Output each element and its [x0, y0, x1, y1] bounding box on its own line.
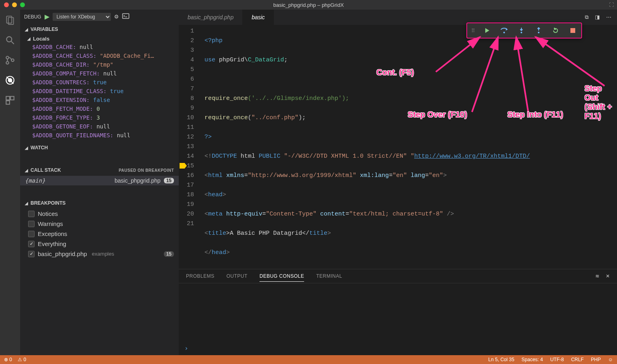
svg-point-16: [538, 32, 539, 33]
callstack-frame[interactable]: {main} basic_phpgrid.php 15: [20, 176, 179, 185]
step-over-button[interactable]: [500, 26, 509, 35]
debug-toolbar-handle[interactable]: ⠿: [471, 28, 474, 34]
continue-button[interactable]: [483, 26, 492, 35]
svg-point-5: [6, 61, 9, 64]
variables-panel-header[interactable]: ◢VARIABLES: [20, 24, 179, 35]
variable-row[interactable]: $ADODB_GETONE_EOF: null: [20, 122, 179, 131]
step-out-button[interactable]: [534, 26, 543, 35]
tab-terminal[interactable]: TERMINAL: [316, 273, 342, 279]
bottom-panel: PROBLEMS OUTPUT DEBUG CONSOLE TERMINAL ≋…: [179, 269, 617, 355]
tab-basic-active[interactable]: basic: [243, 10, 274, 25]
variable-row[interactable]: $ADODB_CACHE_DIR: "/tmp": [20, 60, 179, 69]
variable-row[interactable]: $ADODB_COMPAT_FETCH: null: [20, 69, 179, 78]
variable-row[interactable]: $ADODB_EXTENSION: false: [20, 96, 179, 104]
status-spaces[interactable]: Spaces: 4: [521, 357, 543, 362]
fullscreen-icon[interactable]: ⛶: [609, 2, 614, 8]
checkbox[interactable]: [28, 231, 35, 237]
svg-rect-12: [6, 101, 10, 104]
status-language[interactable]: PHP: [591, 357, 601, 362]
tab-basic-phpgrid[interactable]: basic_phpgrid.php: [179, 10, 243, 25]
breakpoint-row[interactable]: Notices: [20, 209, 179, 219]
code-editor[interactable]: 123456789101112131415161718192021 <?php …: [179, 25, 617, 269]
status-errors[interactable]: ⊗ 0: [4, 357, 12, 362]
breakpoint-row[interactable]: Warnings: [20, 219, 179, 229]
variable-row[interactable]: $ADODB_CACHE: null: [20, 43, 179, 51]
minimize-window-button[interactable]: [12, 2, 17, 7]
callstack-panel-header[interactable]: ◢CALL STACK PAUSED ON BREAKPOINT: [20, 165, 179, 176]
checkbox[interactable]: [28, 221, 35, 227]
search-icon[interactable]: [4, 35, 16, 46]
breakpoint-row[interactable]: Everything: [20, 239, 179, 249]
stop-button[interactable]: [568, 26, 577, 35]
source-control-icon[interactable]: [4, 55, 16, 66]
svg-line-9: [6, 77, 13, 83]
debug-toolbar: ⠿: [466, 22, 582, 39]
svg-point-2: [6, 37, 12, 42]
step-into-button[interactable]: [517, 26, 526, 35]
checkbox[interactable]: [28, 241, 35, 247]
variable-row[interactable]: $ADODB_CACHE_CLASS: "ADODB_Cache_Fi…: [20, 51, 179, 60]
breakpoint-row[interactable]: Exceptions: [20, 229, 179, 239]
more-icon[interactable]: ⋯: [606, 14, 611, 20]
code-content[interactable]: <?php use phpGrid\C_DataGrid; require_on…: [202, 26, 617, 269]
status-bar: ⊗ 0 ⚠ 0 Ln 5, Col 35 Spaces: 4 UTF-8 CRL…: [0, 355, 617, 364]
split-editor-icon[interactable]: ◨: [595, 14, 600, 20]
line-gutter: 123456789101112131415161718192021: [179, 26, 202, 269]
paused-label: PAUSED ON BREAKPOINT: [118, 168, 174, 173]
tab-debug-console[interactable]: DEBUG CONSOLE: [259, 273, 304, 282]
locals-section[interactable]: ◢Locals: [20, 35, 179, 43]
title-bar: basic_phpgrid.php – phpGridX ⛶: [0, 0, 617, 10]
gear-icon[interactable]: ⚙: [114, 14, 119, 20]
window-title: basic_phpgrid.php – phpGridX: [273, 2, 344, 8]
editor-actions: ⧉ ◨ ⋯: [585, 14, 617, 20]
explorer-icon[interactable]: [4, 14, 16, 26]
clear-console-icon[interactable]: ≋: [595, 273, 599, 279]
debug-icon[interactable]: [4, 75, 16, 86]
checkbox[interactable]: [28, 211, 35, 217]
tab-output[interactable]: OUTPUT: [227, 273, 247, 279]
status-cursor-pos[interactable]: Ln 5, Col 35: [488, 357, 515, 362]
debug-console-icon[interactable]: [122, 13, 129, 20]
svg-line-3: [11, 41, 14, 44]
activity-bar: [0, 10, 20, 355]
start-debug-button[interactable]: ▶: [45, 13, 49, 20]
variable-row[interactable]: $ADODB_QUOTE_FIELDNAMES: null: [20, 131, 179, 140]
compare-icon[interactable]: ⧉: [585, 14, 588, 20]
repl-prompt[interactable]: ›: [179, 341, 617, 355]
variable-row[interactable]: $ADODB_COUNTRECS: true: [20, 78, 179, 87]
svg-point-14: [503, 32, 505, 33]
svg-rect-10: [6, 96, 10, 100]
editor-area: basic_phpgrid.php basic ⧉ ◨ ⋯ ⠿ Cont. (F…: [179, 10, 617, 355]
variable-row[interactable]: $ADODB_DATETIME_CLASS: true: [20, 87, 179, 96]
variable-row[interactable]: $ADODB_FORCE_TYPE: 3: [20, 113, 179, 122]
svg-point-4: [6, 56, 9, 59]
bottom-panel-tabs: PROBLEMS OUTPUT DEBUG CONSOLE TERMINAL ≋…: [179, 269, 617, 283]
svg-point-15: [521, 32, 522, 33]
status-eol[interactable]: CRLF: [571, 357, 584, 362]
svg-rect-11: [10, 96, 14, 100]
debug-sidebar: DEBUG ▶ Listen for XDebug ⚙ ◢VARIABLES ◢…: [20, 10, 179, 355]
svg-rect-13: [123, 14, 129, 18]
variable-row[interactable]: $ADODB_FETCH_MODE: 0: [20, 104, 179, 113]
tab-problems[interactable]: PROBLEMS: [186, 273, 215, 279]
zoom-window-button[interactable]: [20, 2, 25, 7]
breakpoints-panel-header[interactable]: ◢BREAKPOINTS: [20, 197, 179, 209]
traffic-lights: [0, 2, 25, 7]
breakpoint-row[interactable]: basic_phpgrid.phpexamples15: [20, 249, 179, 259]
debug-config-select[interactable]: Listen for XDebug: [53, 13, 111, 21]
watch-panel-header[interactable]: ◢WATCH: [20, 142, 179, 153]
close-panel-icon[interactable]: ✕: [606, 273, 610, 279]
debug-label: DEBUG: [24, 14, 41, 20]
svg-rect-17: [570, 28, 575, 33]
status-encoding[interactable]: UTF-8: [550, 357, 564, 362]
restart-button[interactable]: [551, 26, 560, 35]
close-window-button[interactable]: [4, 2, 9, 7]
status-warnings[interactable]: ⚠ 0: [18, 357, 26, 362]
checkbox[interactable]: [28, 251, 35, 257]
debug-sidebar-header: DEBUG ▶ Listen for XDebug ⚙: [20, 10, 179, 24]
status-feedback-icon[interactable]: ☺: [608, 357, 613, 362]
extensions-icon[interactable]: [4, 95, 16, 106]
